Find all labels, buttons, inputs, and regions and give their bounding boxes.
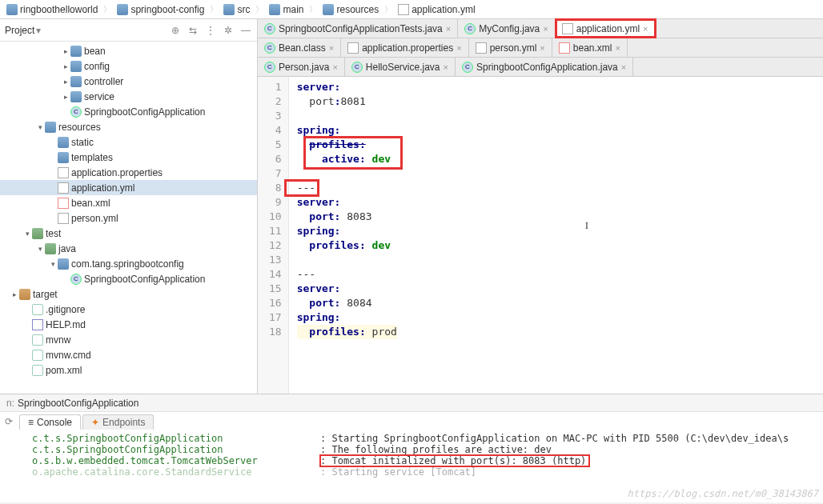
props-icon	[347, 42, 359, 54]
code-line[interactable]: ---	[297, 181, 397, 195]
hide-icon[interactable]: —	[239, 25, 252, 36]
breadcrumb-item[interactable]: resources	[319, 4, 382, 15]
breadcrumb-item[interactable]: application.yml	[395, 4, 478, 15]
breadcrumb: ringboothelloworldspringboot-configsrcma…	[0, 0, 823, 19]
debug-icon[interactable]: ⟳	[5, 416, 13, 427]
close-icon[interactable]: ×	[615, 43, 620, 53]
tree-item[interactable]: templates	[0, 150, 257, 165]
tree-arrow-icon[interactable]: ▸	[61, 47, 70, 55]
close-icon[interactable]: ×	[621, 62, 626, 72]
close-icon[interactable]: ×	[446, 24, 451, 34]
tree-item[interactable]: mvnw.cmd	[0, 347, 257, 362]
code-line[interactable]	[297, 109, 397, 123]
editor-tab[interactable]: CPerson.java×	[258, 58, 345, 76]
tree-label: java	[58, 243, 76, 254]
collapse-icon[interactable]: ⋮	[204, 25, 217, 36]
editor-tab[interactable]: CMyConfig.java×	[458, 19, 555, 38]
tree-arrow-icon[interactable]: ▸	[10, 290, 19, 298]
code-line[interactable]: server:	[297, 195, 397, 210]
close-icon[interactable]: ×	[456, 43, 461, 53]
breadcrumb-item[interactable]: main	[266, 4, 307, 15]
code-line[interactable]: spring:	[297, 123, 397, 138]
breadcrumb-item[interactable]: src	[220, 4, 253, 15]
tree-item[interactable]: application.yml	[0, 180, 257, 195]
tree-item[interactable]: application.properties	[0, 165, 257, 180]
code-line[interactable]: server:	[297, 282, 397, 296]
editor-tab[interactable]: person.yml×	[469, 38, 552, 57]
tree-item[interactable]: CSpringbootConfigApplication	[0, 271, 257, 286]
tree-item[interactable]: HELP.md	[0, 317, 257, 332]
code-line[interactable]: profiles: dev	[297, 238, 397, 253]
tree-item[interactable]: ▸target	[0, 286, 257, 302]
close-icon[interactable]: ×	[643, 24, 648, 34]
code-line[interactable]: port:8081	[297, 94, 397, 109]
code-line[interactable]: ---	[297, 267, 397, 282]
tree-arrow-icon[interactable]: ▾	[35, 245, 45, 253]
tree-arrow-icon[interactable]: ▸	[61, 93, 70, 101]
tree-item[interactable]: CSpringbootConfigApplication	[0, 104, 257, 119]
folder-icon	[58, 258, 69, 270]
tree-item[interactable]: ▸bean	[0, 43, 257, 58]
code-line[interactable]: spring:	[297, 224, 397, 238]
close-icon[interactable]: ×	[444, 62, 448, 72]
run-config-name[interactable]: SpringbootConfigApplication	[18, 398, 139, 409]
code-line[interactable]: port: 8083	[297, 210, 397, 224]
tree-item[interactable]: ▾resources	[0, 119, 257, 134]
tree-item[interactable]: ▸controller	[0, 74, 257, 89]
tab-console[interactable]: ≡ Console	[19, 414, 81, 430]
watermark: https://blog.csdn.net/m0_38143867	[628, 488, 818, 499]
tree-item[interactable]: static	[0, 134, 257, 150]
editor-tab[interactable]: CHelloService.java×	[345, 58, 456, 76]
folder-icon	[223, 4, 235, 15]
breadcrumb-item[interactable]: ringboothelloworld	[3, 4, 101, 15]
code-line[interactable]: server:	[297, 80, 397, 94]
tree-item[interactable]: pom.xml	[0, 362, 257, 378]
code-line[interactable]	[297, 253, 397, 267]
tree-item[interactable]: ▾test	[0, 226, 257, 241]
close-icon[interactable]: ×	[540, 43, 544, 53]
close-icon[interactable]: ×	[543, 24, 548, 34]
editor-tab[interactable]: application.yml×	[556, 19, 656, 38]
console-output[interactable]: c.t.s.SpringbootConfigApplication: Start…	[0, 431, 823, 502]
code-line[interactable]: port: 8084	[297, 296, 397, 310]
settings-icon[interactable]: ✲	[222, 25, 235, 36]
tree-item[interactable]: person.yml	[0, 210, 257, 226]
editor-tab[interactable]: CBean.class×	[258, 38, 341, 57]
tree-arrow-icon[interactable]: ▸	[61, 62, 70, 70]
folder-res-icon	[45, 122, 56, 133]
tree-item[interactable]: .gitignore	[0, 302, 257, 317]
code-line[interactable]: profiles: prod	[297, 325, 397, 339]
tree-arrow-icon[interactable]: ▾	[48, 260, 58, 268]
tree-item[interactable]: ▾java	[0, 241, 257, 256]
code-line[interactable]: active: dev	[297, 152, 397, 166]
code-line[interactable]: profiles:	[297, 138, 397, 152]
locate-icon[interactable]: ⊕	[169, 25, 182, 36]
tab-endpoints[interactable]: ✦ Endpoints	[82, 414, 154, 430]
tree-item[interactable]: ▾com.tang.springbootconfig	[0, 256, 257, 271]
tree-label: controller	[84, 76, 123, 87]
tree-item[interactable]: ▸config	[0, 58, 257, 74]
tree-arrow-icon[interactable]: ▸	[61, 78, 70, 86]
project-tree[interactable]: ▸bean▸config▸controller▸serviceCSpringbo…	[0, 42, 257, 394]
tree-arrow-icon[interactable]: ▾	[22, 230, 32, 238]
tree-label: service	[84, 91, 114, 102]
xml-icon	[559, 42, 570, 54]
code-editor[interactable]: 123456789101112131415161718 I server: po…	[258, 77, 823, 394]
tree-item[interactable]: mvnw	[0, 332, 257, 347]
tree-item[interactable]: ▸service	[0, 89, 257, 104]
folder-icon	[70, 46, 82, 57]
console-line: c.t.s.SpringbootConfigApplication: The f…	[32, 444, 817, 455]
breadcrumb-item[interactable]: springboot-config	[114, 4, 207, 15]
expand-icon[interactable]: ⇆	[187, 25, 199, 36]
editor-tab[interactable]: bean.xml×	[552, 38, 628, 57]
code-line[interactable]	[297, 166, 397, 181]
tree-arrow-icon[interactable]: ▾	[35, 123, 45, 131]
code-line[interactable]: spring:	[297, 310, 397, 325]
editor-tab[interactable]: CSpringbootConfigApplication.java×	[456, 58, 633, 76]
tree-item[interactable]: bean.xml	[0, 195, 257, 210]
close-icon[interactable]: ×	[332, 62, 337, 72]
editor-tab[interactable]: CSpringbootConfigApplicationTests.java×	[258, 19, 458, 38]
editor-tab[interactable]: application.properties×	[341, 38, 469, 57]
close-icon[interactable]: ×	[329, 43, 334, 53]
tree-label: .gitignore	[46, 304, 85, 315]
